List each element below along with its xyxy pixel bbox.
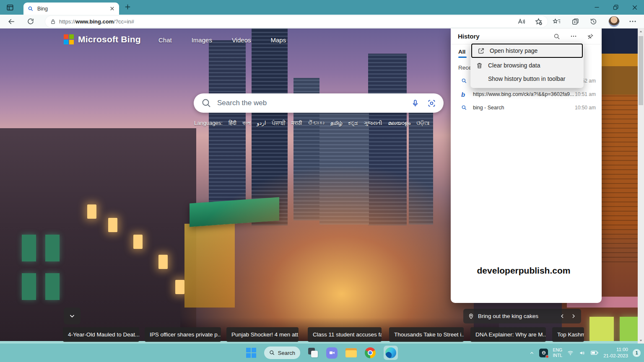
- date-text: 21-02-2023: [603, 353, 628, 359]
- tray-chevron-up-icon[interactable]: [529, 350, 535, 356]
- microphone-icon[interactable]: [411, 99, 420, 108]
- input-language-indicator[interactable]: ENG INTL: [553, 347, 562, 358]
- new-tab-button[interactable]: [124, 3, 131, 10]
- history-pin-icon[interactable]: [585, 31, 596, 42]
- battery-icon[interactable]: [590, 350, 599, 356]
- history-item-time: 10:51 am: [575, 91, 596, 97]
- history-search-icon[interactable]: [551, 31, 562, 42]
- history-more-icon[interactable]: [568, 31, 579, 42]
- antivirus-tray-icon[interactable]: [539, 349, 548, 357]
- nav-maps[interactable]: Maps: [270, 36, 286, 44]
- lang-telugu[interactable]: తెలుగు: [308, 120, 324, 126]
- history-icon[interactable]: [589, 18, 597, 26]
- search-icon: [461, 105, 468, 111]
- settings-more-icon[interactable]: [629, 20, 636, 23]
- tab-actions-menu-icon[interactable]: [5, 3, 16, 12]
- screen: Bing https://www.bing.com/?cc=in#: [0, 0, 644, 362]
- bing-search-box[interactable]: [194, 93, 444, 113]
- lang-urdu[interactable]: اردو: [257, 120, 266, 126]
- read-aloud-icon[interactable]: [517, 18, 525, 26]
- history-tab-all[interactable]: All: [458, 49, 465, 55]
- add-favorite-icon[interactable]: [535, 18, 543, 26]
- lang-malayalam[interactable]: മലയാളം: [388, 120, 410, 127]
- refresh-icon[interactable]: [27, 18, 34, 25]
- carousel-next-icon[interactable]: [568, 313, 579, 319]
- scroll-down-icon[interactable]: [638, 339, 644, 342]
- history-more-menu: Open history page Clear browsing data Sh…: [470, 42, 584, 88]
- page-scrollbar[interactable]: [638, 28, 644, 344]
- history-panel-actions: [551, 31, 596, 42]
- lang-marathi[interactable]: मराठी: [291, 120, 302, 127]
- chrome-icon: [369, 351, 372, 354]
- clock[interactable]: 11:00 21-02-2023: [603, 346, 628, 359]
- task-view-button[interactable]: [308, 348, 318, 358]
- edge-button-active[interactable]: [384, 346, 398, 360]
- favorites-icon[interactable]: [553, 18, 561, 26]
- lock-icon[interactable]: [50, 19, 56, 25]
- visual-search-icon[interactable]: [427, 99, 436, 108]
- carousel-prev-icon[interactable]: [557, 313, 568, 319]
- lang-odia[interactable]: ଓଡ଼ିଆ: [416, 120, 429, 127]
- news-card[interactable]: 4-Year-Old Mauled to Deat...: [63, 327, 139, 342]
- news-card[interactable]: IPS officer shares private p...: [145, 327, 221, 342]
- file-explorer-button[interactable]: [345, 348, 357, 357]
- photo-window: [108, 218, 117, 232]
- system-tray: ENG INTL 11:00 21-02-2023 1: [529, 344, 641, 362]
- search-icon: [269, 350, 275, 356]
- lang-bengali[interactable]: বাংলা: [242, 120, 251, 127]
- restore-icon[interactable]: [613, 4, 619, 10]
- chrome-button[interactable]: [365, 347, 376, 358]
- history-item[interactable]: b https://www.bing.com/ck/a?!&&p=3602fa9…: [451, 88, 602, 101]
- nav-images[interactable]: Images: [192, 36, 212, 44]
- wifi-icon[interactable]: [567, 350, 574, 356]
- news-card[interactable]: Class 11 student accuses fa...: [308, 327, 382, 342]
- history-item-title: bing - Search: [473, 105, 575, 111]
- expand-feed-button[interactable]: [64, 308, 80, 324]
- search-input[interactable]: [217, 99, 403, 107]
- nav-videos[interactable]: Videos: [232, 36, 251, 44]
- address-bar[interactable]: https://www.bing.com/?cc=in#: [45, 16, 548, 27]
- photo-street-glow: [180, 167, 474, 344]
- history-item[interactable]: bing - Search 10:50 am: [451, 101, 602, 114]
- news-card[interactable]: Top Kashm: [552, 327, 584, 342]
- image-caption: Bring out the king cakes: [478, 313, 557, 319]
- window-controls: [594, 0, 638, 15]
- photo-shutter: [22, 235, 36, 261]
- menu-show-history-button[interactable]: Show history button in toolbar: [470, 72, 584, 85]
- photo-window: [589, 317, 614, 344]
- lang-tamil[interactable]: தமிழ்: [330, 120, 342, 127]
- tab-favicon-search-icon: [28, 6, 34, 12]
- start-button[interactable]: [246, 348, 256, 358]
- back-icon[interactable]: [8, 18, 16, 26]
- notification-badge[interactable]: 1: [633, 349, 641, 357]
- photo-shutter: [22, 273, 36, 300]
- close-icon[interactable]: [631, 4, 638, 11]
- taskbar-search[interactable]: Search: [264, 346, 300, 359]
- tab-close-icon[interactable]: [109, 6, 115, 11]
- volume-icon[interactable]: [579, 350, 586, 356]
- news-card[interactable]: DNA Explainer: Why are M...: [470, 327, 546, 342]
- lang-kannada[interactable]: ಕನ್ನಡ: [348, 120, 358, 127]
- menu-open-history-page[interactable]: Open history page: [471, 44, 583, 58]
- news-card[interactable]: Thousands Take to Street i...: [389, 327, 464, 342]
- minimize-icon[interactable]: [594, 4, 600, 10]
- chat-teams-button[interactable]: [326, 347, 338, 359]
- nav-chat[interactable]: Chat: [158, 36, 172, 44]
- menu-item-label: Open history page: [490, 47, 538, 54]
- profile-avatar[interactable]: [609, 16, 619, 27]
- time-text: 11:00: [603, 346, 628, 353]
- scrollbar-thumb[interactable]: [639, 36, 643, 105]
- news-card[interactable]: Punjab Shocker! 4 men att...: [226, 327, 299, 342]
- collections-icon[interactable]: [571, 18, 579, 26]
- image-info-pill[interactable]: Bring out the king cakes: [463, 309, 581, 323]
- bing-logo[interactable]: Microsoft Bing: [64, 34, 141, 44]
- windows-taskbar: Search ENG INTL: [0, 344, 644, 362]
- scroll-up-icon[interactable]: [638, 30, 644, 34]
- lang-hindi[interactable]: हिंदी: [229, 120, 236, 127]
- browser-tab[interactable]: Bing: [23, 3, 119, 15]
- tab-title: Bing: [37, 6, 106, 12]
- lang-punjabi[interactable]: ਪੰਜਾਬੀ: [272, 120, 286, 127]
- url-text[interactable]: https://www.bing.com/?cc=in#: [59, 18, 517, 25]
- lang-gujarati[interactable]: ગુજરાતી: [364, 120, 382, 127]
- menu-clear-browsing-data[interactable]: Clear browsing data: [470, 59, 584, 72]
